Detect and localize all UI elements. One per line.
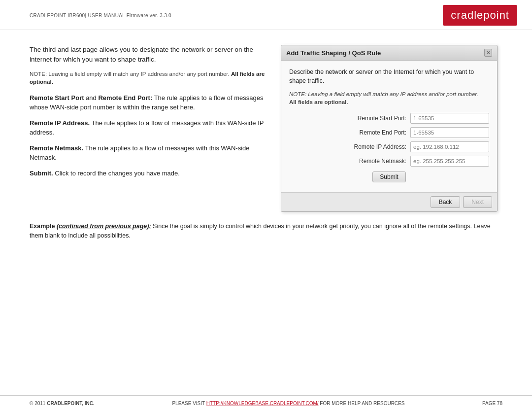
- note-paragraph: NOTE: Leaving a field empty will match a…: [30, 70, 266, 86]
- footer-center-suffix: FOR MORE HELP AND RESOURCES: [319, 401, 405, 406]
- logo-text: cradlepoint: [451, 9, 509, 21]
- example-section: Example (continued from previous page): …: [0, 222, 532, 240]
- form-row-netmask: Remote Netmask:: [289, 156, 489, 167]
- remote-netmask-bold: Remote Netmask.: [30, 144, 83, 152]
- dialog-body: Describe the network or server on the In…: [281, 61, 497, 192]
- label-netmask: Remote Netmask:: [337, 158, 406, 165]
- remote-end-port-input[interactable]: [410, 127, 489, 138]
- footer-left: © 2011 CRADLEPOINT, INC.: [30, 401, 95, 406]
- page-header: CRADLEPOINT IBR600| USER MANUAL Firmware…: [0, 0, 532, 30]
- section-submit: Submit. Click to record the changes you …: [30, 169, 266, 178]
- form-row-end-port: Remote End Port:: [289, 127, 489, 138]
- example-label-underline: (continued from previous page):: [57, 223, 151, 230]
- label-end-port: Remote End Port:: [337, 129, 406, 136]
- dialog-close-button[interactable]: ✕: [484, 49, 492, 57]
- dialog-titlebar: Add Traffic Shaping / QoS Rule ✕: [281, 45, 497, 61]
- form-row-start-port: Remote Start Port:: [289, 113, 489, 124]
- dialog-note-italic: NOTE: Leaving a field empty will match a…: [289, 91, 478, 105]
- left-column: The third and last page allows you to de…: [30, 45, 266, 212]
- header-manual-title: CRADLEPOINT IBR600| USER MANUAL Firmware…: [30, 13, 171, 18]
- example-paragraph: Example (continued from previous page): …: [30, 222, 502, 240]
- back-button[interactable]: Back: [431, 196, 461, 208]
- dialog-title: Add Traffic Shaping / QoS Rule: [286, 49, 381, 57]
- submit-row: Submit: [289, 171, 489, 182]
- remote-ip-address-input[interactable]: [410, 141, 489, 152]
- close-icon: ✕: [486, 50, 491, 56]
- dialog-footer: Back Next: [281, 192, 497, 211]
- page-footer: © 2011 CRADLEPOINT, INC. PLEASE VISIT HT…: [0, 395, 532, 411]
- remote-end-bold: Remote End Port:: [98, 94, 152, 102]
- remote-start-bold: Remote Start Port: [30, 94, 84, 102]
- section-remote-netmask: Remote Netmask. The rule applies to a fl…: [30, 143, 266, 163]
- footer-center: PLEASE VISIT HTTP://KNOWLEDGEBASE.CRADLE…: [172, 401, 404, 406]
- remote-start-port-input[interactable]: [410, 113, 489, 124]
- submit-bold: Submit.: [30, 170, 53, 177]
- right-column: Add Traffic Shaping / QoS Rule ✕ Describ…: [281, 45, 498, 212]
- form-row-ip: Remote IP Address:: [289, 141, 489, 152]
- label-ip-address: Remote IP Address:: [337, 143, 406, 150]
- intro-paragraph: The third and last page allows you to de…: [30, 45, 266, 65]
- section-remote-ip: Remote IP Address. The rule applies to a…: [30, 118, 266, 137]
- remote-ip-bold: Remote IP Address.: [30, 119, 90, 127]
- footer-page-number: PAGE 78: [482, 401, 502, 406]
- dialog-note: NOTE: Leaving a field empty will match a…: [289, 90, 489, 106]
- dialog-box: Add Traffic Shaping / QoS Rule ✕ Describ…: [281, 45, 498, 212]
- footer-link[interactable]: HTTP://KNOWLEDGEBASE.CRADLEPOINT.COM/: [206, 401, 319, 406]
- footer-center-prefix: PLEASE VISIT: [172, 401, 206, 406]
- label-start-port: Remote Start Port:: [337, 115, 406, 122]
- dialog-note-bold: All fields are optional.: [289, 99, 348, 105]
- remote-netmask-input[interactable]: [410, 156, 489, 167]
- footer-company: CRADLEPOINT, INC.: [47, 401, 95, 406]
- example-label-bold: Example (continued from previous page):: [30, 223, 151, 230]
- section-remote-ports: Remote Start Port and Remote End Port: T…: [30, 93, 266, 112]
- example-label-italic: (continued from previous page):: [57, 223, 151, 230]
- dialog-description: Describe the network or server on the In…: [289, 68, 489, 85]
- note-bold: All fields are optional.: [30, 71, 265, 85]
- logo-box: cradlepoint: [443, 5, 517, 26]
- submit-button[interactable]: Submit: [372, 171, 405, 182]
- main-content: The third and last page allows you to de…: [0, 30, 532, 222]
- next-button[interactable]: Next: [463, 196, 492, 208]
